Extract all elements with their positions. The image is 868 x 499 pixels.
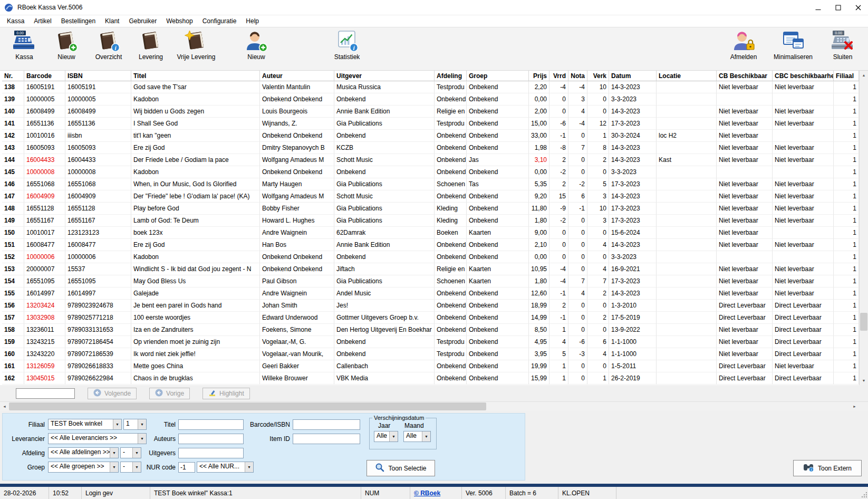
menu-klant[interactable]: Klant [100, 16, 124, 26]
toolbar-button-person-lock[interactable]: Afmelden [722, 29, 765, 61]
table-row[interactable]: 158132360119789033131653Iza en de Zandru… [2, 324, 859, 336]
table-row[interactable]: 1381600519116005191God save the T'sarVal… [2, 81, 859, 93]
toolbar-button-book-delivery[interactable]: Levering [130, 29, 172, 61]
toolbar-button-cash-register[interactable]: 0.00Kassa [3, 29, 45, 61]
vertical-scrollbar[interactable]: ▲ ▼ [859, 71, 868, 385]
cell-barcode: 13243220 [24, 348, 65, 360]
table-row[interactable]: 1411655113616551136I Shall See GodWijnan… [2, 118, 859, 130]
column-header-titel[interactable]: Titel [131, 71, 260, 81]
vertical-scroll-thumb[interactable] [860, 313, 867, 331]
table-row[interactable]: 1541655109516551095May God Bless UsPaul … [2, 275, 859, 287]
barcode-isbn-input[interactable] [293, 419, 360, 430]
menu-artikel[interactable]: Artikel [29, 16, 56, 26]
menu-webshop[interactable]: Webshop [161, 16, 197, 26]
close-button[interactable] [848, 0, 868, 15]
column-header-cbc-beschikbaarhe[interactable]: CBC beschikbaarhe [773, 71, 834, 81]
table-row[interactable]: 1532000000715537Windlicht S - Ik bid dat… [2, 263, 859, 275]
table-row[interactable]: 15010010017123123123boek 123xAndre Waign… [2, 227, 859, 239]
horizontal-scroll-thumb[interactable] [9, 402, 486, 410]
scroll-down-arrow[interactable]: ▼ [860, 376, 868, 385]
menu-bestellingen[interactable]: Bestellingen [56, 16, 100, 26]
column-header-cb-beschikbaar[interactable]: CB Beschikbaar [717, 71, 773, 81]
cell-groep: Onbekend [467, 166, 529, 178]
column-header-prijs[interactable]: Prijs [529, 71, 549, 81]
column-header-locatie[interactable]: Locatie [657, 71, 717, 81]
table-row[interactable]: 1511600847716008477Ere zij GodHan BosAnn… [2, 239, 859, 251]
column-header-filiaal[interactable]: Filiaal [834, 71, 859, 81]
table-row[interactable]: 1491655116716551167Lamb of God: Te DeumH… [2, 215, 859, 227]
toon-selectie-button[interactable]: Toon Selectie [367, 460, 435, 476]
groep-select[interactable]: << Alle groepen >>▼ [48, 462, 119, 473]
scroll-up-arrow[interactable]: ▲ [860, 71, 868, 80]
column-header-vrrd[interactable]: Vrrd [549, 71, 568, 81]
table-row[interactable]: 162130450159789026622984Chaos in de brug… [2, 372, 859, 385]
cell-locatie [657, 312, 717, 324]
cell-filiaal: 1 [834, 227, 859, 239]
cell-cb-beschikbaar: Niet leverbaar [717, 105, 773, 118]
menu-kassa[interactable]: Kassa [2, 16, 29, 26]
table-row[interactable]: 156132034249789023924678Je bent een pare… [2, 300, 859, 312]
toon-extern-button[interactable]: i Toon Extern [793, 460, 862, 476]
vorige-button[interactable]: Vorige [149, 388, 190, 399]
toolbar-button-chart-info[interactable]: iStatistiek [326, 29, 368, 61]
cell-locatie [657, 372, 717, 385]
resize-grip[interactable] [860, 487, 868, 499]
column-header-groep[interactable]: Groep [467, 71, 529, 81]
toolbar-button-register-close[interactable]: 0.00Sluiten [822, 29, 864, 61]
column-header-isbn[interactable]: ISBN [65, 71, 131, 81]
table-row[interactable]: 157130329089789025771218100 eerste woord… [2, 312, 859, 324]
toolbar-button-person-add[interactable]: Nieuw [235, 29, 277, 61]
table-row[interactable]: 14210010016iiisbntit'l kan "geenOnbekend… [2, 130, 859, 142]
maand-select[interactable]: Alle▼ [403, 431, 431, 442]
table-row[interactable]: 160132432209789072186539Ik word niet zie… [2, 348, 859, 360]
column-header-uitgever[interactable]: Uitgever [334, 71, 435, 81]
uitgevers-input[interactable] [178, 448, 244, 458]
table-row[interactable]: 1431600509316005093Ere zij GodDmitry Ste… [2, 142, 859, 154]
table-row[interactable]: 1471600490916004909Der "Friede" lebe ! G… [2, 190, 859, 203]
table-row[interactable]: 1451000000810000008KadobonOnbekend Onbek… [2, 166, 859, 178]
column-header-verk[interactable]: Verk [587, 71, 609, 81]
search-input[interactable] [16, 388, 75, 399]
scroll-left-arrow[interactable]: ◄ [0, 402, 9, 411]
table-row[interactable]: 1521000000610000006KadobonOnbekend Onbek… [2, 251, 859, 263]
menu-configuratie[interactable]: Configuratie [198, 16, 242, 26]
volgende-button[interactable]: Volgende [88, 388, 137, 399]
column-header-nota[interactable]: Nota [568, 71, 587, 81]
table-row[interactable]: 1391000000510000005KadobonOnbekend Onbek… [2, 93, 859, 105]
table-row[interactable]: 1551601499716014997GalejadeAndre Waignei… [2, 287, 859, 300]
table-row[interactable]: 1481655112816551128Play before GodBobby … [2, 203, 859, 215]
cell-vrrd: -6 [549, 118, 568, 130]
minimize-button[interactable] [808, 0, 828, 15]
leverancier-select[interactable]: << Alle Leveranciers >>▼ [48, 433, 147, 444]
toolbar-button-book-add[interactable]: Nieuw [45, 29, 88, 61]
table-row[interactable]: 1441600443316004433Der Friede Lebe / God… [2, 154, 859, 166]
toolbar-button-window-minimize[interactable]: Minimaliseren [769, 29, 817, 61]
column-header-nr[interactable]: Nr. [2, 71, 24, 81]
column-header-barcode[interactable]: Barcode [24, 71, 65, 81]
nur-code-input[interactable] [178, 462, 195, 473]
table-row[interactable]: 159132432159789072186454Op vrienden moet… [2, 336, 859, 348]
nur-code-select[interactable]: << Alle NUR...▼ [197, 462, 254, 473]
jaar-select[interactable]: Alle▼ [374, 431, 398, 442]
auteurs-input[interactable] [178, 434, 244, 444]
column-header-datum[interactable]: Datum [609, 71, 657, 81]
column-header-auteur[interactable]: Auteur [260, 71, 334, 81]
scroll-right-arrow[interactable]: ► [850, 402, 859, 411]
menu-help[interactable]: Help [241, 16, 264, 26]
item-id-input[interactable] [293, 434, 360, 444]
toolbar-button-book-info[interactable]: iOverzicht [88, 29, 130, 61]
column-header-afdeling[interactable]: Afdeling [435, 71, 467, 81]
afdeling-select[interactable]: << Alle afdelingen >>▼ [48, 447, 119, 458]
table-row[interactable]: 1461655106816551068When, in Our Music, G… [2, 178, 859, 190]
maximize-button[interactable] [828, 0, 848, 15]
horizontal-scrollbar[interactable]: ◄ ► [0, 401, 868, 411]
toolbar-button-book-star[interactable]: Vrije Levering [172, 29, 220, 61]
table-row[interactable]: 161131260599789026618833Mette goes China… [2, 360, 859, 372]
highlight-button[interactable]: Highlight [202, 388, 250, 399]
titel-input[interactable] [178, 419, 244, 430]
filiaal-select[interactable]: TEST Boek winkel▼ [48, 419, 122, 430]
menu-gebruiker[interactable]: Gebruiker [124, 16, 161, 26]
table-row[interactable]: 1401600849916008499Wij bidden u Gods zeg… [2, 105, 859, 118]
prev-circle-arrow-icon [155, 389, 163, 398]
status-rboek-link[interactable]: © RBoek [410, 487, 462, 499]
